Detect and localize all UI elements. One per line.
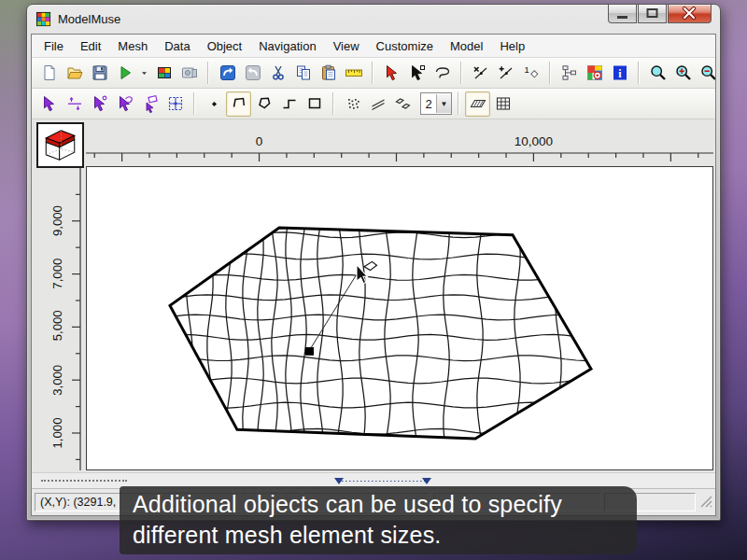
zoom-icon (649, 63, 668, 82)
caption-overlay: Additional objects can be used to specif… (120, 486, 637, 554)
zoom-out-button[interactable] (696, 61, 716, 86)
polygon-object-button[interactable] (251, 91, 276, 117)
run-button[interactable] (112, 61, 137, 86)
zoom-in-icon (674, 63, 693, 82)
svg-text:9,000: 9,000 (50, 205, 64, 236)
run-dropdown-icon (139, 63, 149, 82)
resize-grip[interactable] (699, 495, 712, 510)
polyline-object-button[interactable] (226, 91, 251, 117)
menu-customize[interactable]: Customize (368, 36, 442, 56)
cut-button[interactable] (265, 61, 290, 86)
menu-navigation[interactable]: Navigation (250, 36, 324, 56)
point-object-button[interactable] (201, 91, 226, 117)
open-icon (65, 63, 84, 82)
hatched-area-button[interactable] (465, 91, 490, 117)
undo-icon (218, 63, 237, 82)
chevron-down-icon: ▼ (441, 100, 448, 108)
svg-text:0: 0 (256, 134, 263, 148)
show-values-button[interactable]: 1 (518, 61, 543, 86)
grid-data-icon (585, 63, 604, 82)
maximize-button[interactable] (638, 5, 667, 23)
image-export-button[interactable] (176, 61, 202, 86)
menu-help[interactable]: Help (491, 36, 533, 56)
select-by-lasso-button[interactable] (112, 91, 137, 117)
desktop-background: ModelMuse FileEditMeshDataObjectNavigati… (0, 0, 747, 560)
ruler-button[interactable] (341, 61, 366, 86)
point-object-icon (204, 94, 223, 113)
svg-text:10,000: 10,000 (514, 134, 553, 148)
select-objects-red-icon (383, 63, 402, 82)
color-grid-button[interactable] (151, 61, 176, 86)
minimize-button[interactable] (608, 5, 637, 23)
mesh-boundary (170, 228, 591, 439)
element-grid-button[interactable] (490, 91, 515, 117)
copy-button[interactable] (290, 61, 316, 86)
menu-model[interactable]: Model (442, 36, 491, 56)
mesh-elements-combobox[interactable]: 2▼ (420, 92, 452, 115)
paste-button[interactable] (316, 61, 341, 86)
parallelogram-pair-button[interactable] (390, 91, 416, 117)
window-client-area: FileEditMeshDataObjectNavigationViewCust… (31, 34, 716, 516)
svg-text:5,000: 5,000 (50, 310, 64, 341)
zoom-button[interactable] (645, 61, 670, 86)
insert-node-button[interactable] (493, 61, 518, 86)
info-icon: i (611, 63, 629, 82)
select-node-icon (91, 94, 109, 113)
menu-view[interactable]: View (325, 36, 368, 56)
run-dropdown-button[interactable] (137, 61, 151, 86)
select-node-button[interactable] (87, 91, 112, 117)
run-icon (116, 63, 134, 82)
range-slider[interactable] (331, 474, 435, 486)
rubber-band-line (309, 275, 356, 351)
left-ruler: 9,0007,0005,0003,0001,000 (34, 166, 86, 470)
rectangle-object-button[interactable] (302, 91, 327, 117)
mesh-grid-button[interactable] (162, 91, 188, 117)
maximize-icon (639, 5, 666, 22)
select-objects-red-button[interactable] (379, 61, 404, 86)
parallel-lines-button[interactable] (365, 91, 390, 117)
paste-icon (319, 63, 338, 82)
toolbar-separator (332, 92, 334, 115)
select-objects-button[interactable] (36, 91, 62, 117)
new-icon (40, 63, 59, 82)
select-nodes-button[interactable] (404, 61, 430, 86)
ruler-corner (34, 121, 86, 166)
scatter-points-button[interactable] (340, 91, 365, 117)
scroll-track-dashes (41, 480, 127, 482)
menu-file[interactable]: File (35, 36, 72, 56)
undo-button[interactable] (215, 61, 240, 86)
grid-data-button[interactable] (582, 61, 607, 86)
view-direction-button[interactable] (36, 122, 84, 168)
info-button[interactable]: i (607, 61, 632, 86)
redo-button[interactable] (240, 61, 265, 86)
edit-toolbar: 2▼ (32, 89, 715, 119)
svg-text:7,000: 7,000 (50, 259, 64, 289)
object-tree-button[interactable] (557, 61, 582, 86)
combobox-dropdown-button[interactable]: ▼ (436, 94, 451, 113)
menu-object[interactable]: Object (199, 36, 251, 56)
polygon-draw-cursor-icon (357, 261, 377, 283)
new-button[interactable] (36, 61, 62, 86)
save-icon (91, 63, 109, 82)
delete-segment-button[interactable] (468, 61, 493, 86)
model-canvas[interactable] (86, 166, 713, 470)
save-button[interactable] (87, 61, 112, 86)
select-lasso-button[interactable] (430, 61, 455, 86)
title-bar[interactable]: ModelMuse (27, 5, 720, 33)
toolbar-separator (372, 62, 374, 84)
move-objects-button[interactable] (62, 91, 87, 117)
object-tree-icon (560, 63, 579, 82)
straight-line-button[interactable] (276, 91, 302, 117)
menu-mesh[interactable]: Mesh (109, 36, 156, 56)
copy-icon (294, 63, 313, 82)
zoom-in-button[interactable] (670, 61, 696, 86)
rectangle-object-icon (305, 94, 324, 113)
open-button[interactable] (62, 61, 87, 86)
menu-edit[interactable]: Edit (72, 36, 109, 56)
object-vertex-point[interactable] (305, 347, 314, 356)
select-block-button[interactable] (137, 91, 162, 117)
minimize-icon (609, 5, 636, 22)
close-button[interactable] (668, 5, 712, 23)
menu-data[interactable]: Data (156, 36, 198, 56)
straight-line-icon (280, 94, 299, 113)
